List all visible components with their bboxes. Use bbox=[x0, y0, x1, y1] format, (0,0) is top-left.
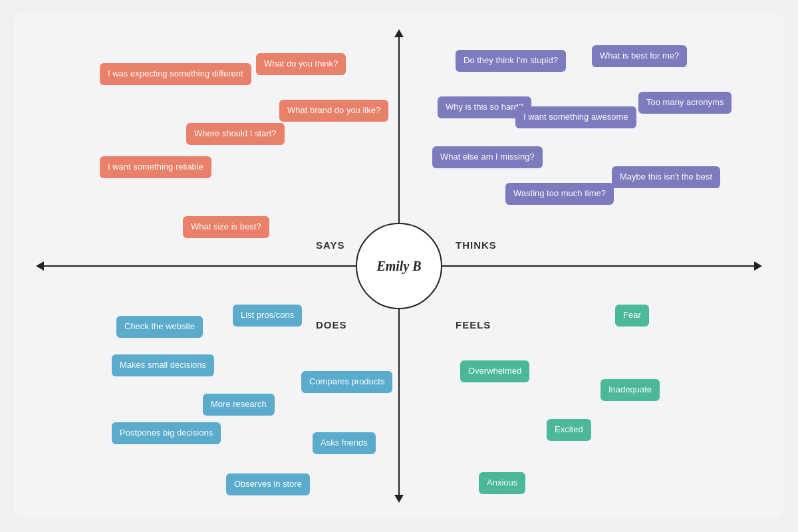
tag-d2: Check the website bbox=[116, 316, 203, 338]
does-label: DOES bbox=[316, 319, 347, 331]
tag-f4: Excited bbox=[547, 419, 591, 441]
arrow-down-icon bbox=[394, 495, 404, 503]
tag-f2: Overwhelmed bbox=[460, 360, 529, 382]
tag-f5: Anxious bbox=[479, 472, 525, 494]
tag-t7: Wasting too much time? bbox=[505, 183, 614, 205]
tag-f3: Inadequate bbox=[600, 379, 660, 401]
tag-d6: Postpones big decisions bbox=[112, 422, 221, 444]
center-label: Emily B bbox=[356, 223, 442, 309]
feels-label: FEELS bbox=[456, 319, 491, 331]
tag-t6: What else am I missing? bbox=[432, 146, 543, 168]
tag-t8: Maybe this isn't the best bbox=[612, 166, 720, 188]
tag-d4: Compares products bbox=[301, 371, 392, 393]
tag-t1: Do they think I'm stupid? bbox=[456, 50, 566, 72]
tag-d5: More research bbox=[203, 394, 275, 416]
tag-s1: I was expecting something different bbox=[100, 63, 251, 85]
arrow-right-icon bbox=[754, 261, 762, 271]
says-label: SAYS bbox=[316, 239, 344, 251]
tag-d7: Asks friends bbox=[313, 432, 376, 454]
arrow-left-icon bbox=[36, 261, 44, 271]
tag-s5: I want something reliable bbox=[100, 156, 211, 178]
tag-d8: Observes in store bbox=[226, 473, 310, 495]
tag-t2: What is best for me? bbox=[592, 45, 687, 67]
tag-s3: What brand do you like? bbox=[279, 100, 388, 122]
tag-s6: What size is best? bbox=[183, 216, 269, 238]
arrow-up-icon bbox=[394, 29, 404, 37]
tag-s2: What do you think? bbox=[256, 53, 346, 75]
thinks-label: THINKS bbox=[456, 239, 497, 251]
tag-f1: Fear bbox=[615, 305, 649, 327]
tag-t5: Too many acronyms bbox=[638, 92, 732, 114]
tag-d1: List pros/cons bbox=[233, 305, 302, 327]
tag-t4: I want something awesome bbox=[515, 106, 636, 128]
tag-s4: Where should I start? bbox=[186, 123, 285, 145]
empathy-map-canvas: Emily B SAYS THINKS DOES FEELS I was exp… bbox=[13, 13, 785, 519]
tag-d3: Makes small decisions bbox=[112, 354, 214, 376]
